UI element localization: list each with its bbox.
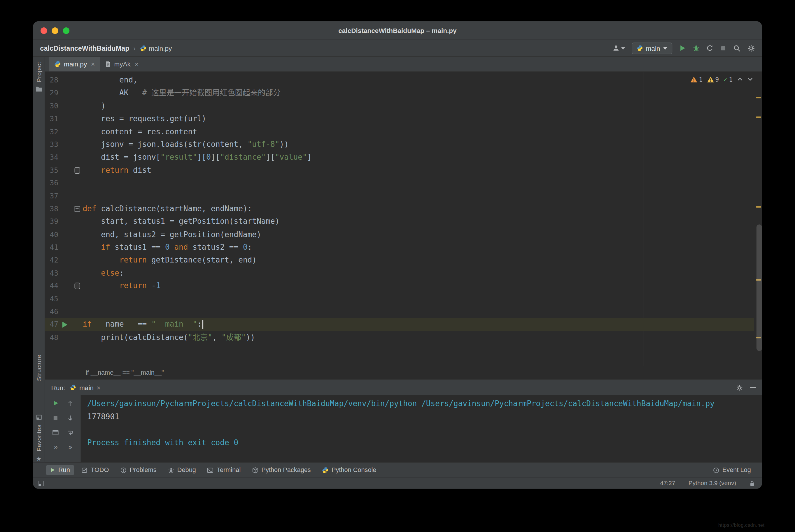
editor-scrollbar[interactable] — [757, 224, 762, 351]
up-stack-trace-button[interactable] — [66, 399, 74, 407]
code-line[interactable]: 36 — [45, 177, 754, 190]
toolwindow-button-python-console[interactable]: Python Console — [318, 465, 380, 475]
titlebar[interactable]: calcDistanceWithBaiduMap – main.py — [33, 21, 762, 40]
rerun-button[interactable] — [52, 399, 60, 407]
error-stripe-mark[interactable] — [756, 116, 761, 118]
lock-icon[interactable] — [749, 480, 755, 487]
next-problem-button[interactable] — [747, 77, 753, 81]
interpreter-selector[interactable]: Python 3.9 (venv) — [689, 479, 736, 487]
run-line-icon[interactable] — [62, 322, 67, 328]
code-line[interactable]: 43 else: — [45, 267, 754, 280]
stop-button[interactable] — [52, 414, 60, 422]
code-line[interactable]: 29 AK # 这里是一开始截图用红色圈起来的部分 — [45, 87, 754, 100]
event-log-button[interactable]: Event Log — [709, 465, 755, 475]
more-icon[interactable]: » — [54, 443, 57, 451]
toolwindow-button-terminal[interactable]: Terminal — [203, 465, 245, 475]
code-line[interactable]: 47if __name__ == "__main__": — [45, 319, 754, 331]
search-everywhere-button[interactable] — [733, 44, 741, 52]
minimize-window-button[interactable] — [52, 27, 58, 34]
code-line[interactable]: 46 — [45, 305, 754, 318]
tab-close-icon[interactable]: × — [135, 60, 139, 68]
caret-position[interactable]: 47:27 — [660, 479, 675, 487]
run-button[interactable] — [679, 44, 686, 52]
more-icon[interactable]: » — [69, 443, 72, 451]
code-line[interactable]: 38def calcDistance(startName, endName): — [45, 203, 754, 215]
toolwindow-button-problems[interactable]: Problems — [116, 465, 161, 475]
close-icon[interactable]: × — [96, 384, 100, 391]
inspection-warnings-weak[interactable]: 9 — [707, 76, 719, 83]
down-stack-trace-button[interactable] — [66, 414, 74, 422]
traffic-lights — [40, 21, 69, 40]
favorites-star-icon[interactable]: ★ — [36, 455, 42, 462]
toolwindow-button-todo[interactable]: TODO — [77, 465, 113, 475]
bookmark-icon[interactable] — [74, 167, 80, 174]
tab-main.py[interactable]: main.py× — [49, 57, 100, 71]
toolwindow-button-debug[interactable]: Debug — [164, 465, 200, 475]
settings-button[interactable] — [747, 44, 755, 52]
bookmarks-icon[interactable] — [36, 414, 42, 420]
user-account-button[interactable] — [612, 44, 625, 52]
soft-wrap-icon[interactable] — [66, 429, 74, 437]
restore-layout-icon[interactable] — [52, 429, 60, 437]
hide-panel-button[interactable] — [750, 387, 756, 388]
line-number: 40 — [45, 228, 58, 241]
breadcrumb-context[interactable]: if __name__ == "__main__" — [86, 369, 164, 376]
breadcrumb-file[interactable]: main.py — [140, 44, 172, 52]
code-line[interactable]: 48 print(calcDistance("北京", "成都")) — [45, 331, 754, 344]
stop-button[interactable] — [720, 45, 727, 52]
toolwindow-button-python-packages[interactable]: Python Packages — [248, 465, 315, 475]
line-number: 34 — [45, 151, 58, 164]
error-stripe-mark[interactable] — [756, 206, 761, 208]
prev-problem-button[interactable] — [737, 77, 743, 81]
line-number: 39 — [45, 215, 58, 228]
code-line[interactable]: 39 start, status1 = getPosition(startNam… — [45, 215, 754, 228]
tab-label: myAk — [114, 60, 131, 68]
code-line[interactable]: 41 if status1 == 0 and status2 == 0: — [45, 241, 754, 254]
run-toolbar: » » — [45, 395, 81, 462]
code-line[interactable]: 35 return dist — [45, 164, 754, 177]
inspection-passed[interactable]: ✓ 1 — [724, 75, 733, 83]
run-configuration-selector[interactable]: main — [632, 42, 672, 54]
run-console[interactable]: /Users/gavinsun/PycharmProjects/calcDist… — [81, 395, 762, 462]
tool-stripe-structure[interactable]: Structure — [35, 355, 42, 381]
editor-breadcrumb[interactable]: if __name__ == "__main__" — [45, 366, 762, 379]
code-line[interactable]: 33 jsonv = json.loads(str(content, "utf-… — [45, 138, 754, 151]
close-window-button[interactable] — [40, 27, 47, 34]
inspection-warnings-strong[interactable]: 1 — [691, 76, 703, 83]
code-line[interactable]: 34 dist = jsonv["result"][0]["distance"]… — [45, 151, 754, 164]
line-number: 31 — [45, 112, 58, 125]
code-line[interactable]: 40 end, status2 = getPosition(endName) — [45, 228, 754, 241]
zoom-window-button[interactable] — [63, 27, 70, 34]
bookmark-icon[interactable] — [74, 283, 80, 290]
code-line[interactable]: 45 — [45, 292, 754, 305]
error-stripe-mark[interactable] — [756, 97, 761, 98]
rerun-coverage-button[interactable] — [706, 44, 713, 52]
desktop: calcDistanceWithBaiduMap – main.py calcD… — [0, 0, 795, 532]
toolwindow-button-label: Problems — [130, 467, 157, 473]
tool-window-switcher-icon[interactable] — [38, 480, 44, 487]
chevron-down-icon — [663, 47, 667, 50]
run-settings-button[interactable] — [736, 384, 743, 391]
line-number: 36 — [45, 177, 58, 190]
code-line[interactable]: 31 res = requests.get(url) — [45, 112, 754, 125]
code-line[interactable]: 42 return getDistance(start, end) — [45, 254, 754, 267]
tab-close-icon[interactable]: × — [91, 60, 95, 68]
code-line[interactable]: 37 — [45, 190, 754, 203]
run-tab[interactable]: main × — [70, 384, 101, 391]
tool-stripe-project[interactable]: Project — [35, 62, 42, 82]
code-line[interactable]: 32 content = res.content — [45, 125, 754, 138]
tab-myAk[interactable]: myAk× — [100, 57, 144, 71]
toolwindow-button-run[interactable]: Run — [46, 465, 74, 475]
inspections-widget[interactable]: 1 9 ✓ 1 — [691, 75, 753, 83]
python-icon — [637, 45, 643, 51]
tool-stripe-favorites[interactable]: Favorites — [35, 424, 42, 451]
editor[interactable]: 28 end,29 AK # 这里是一开始截图用红色圈起来的部分30 )31 r… — [45, 72, 762, 366]
code-line[interactable]: 28 end, — [45, 74, 754, 87]
breadcrumb-project[interactable]: calcDistanceWithBaiduMap — [40, 44, 129, 52]
line-number: 32 — [45, 125, 58, 138]
project-folder-icon[interactable] — [35, 86, 42, 92]
code-line[interactable]: 44 return -1 — [45, 280, 754, 292]
fold-icon[interactable] — [74, 206, 80, 212]
debug-button[interactable] — [693, 44, 700, 52]
code-line[interactable]: 30 ) — [45, 100, 754, 112]
